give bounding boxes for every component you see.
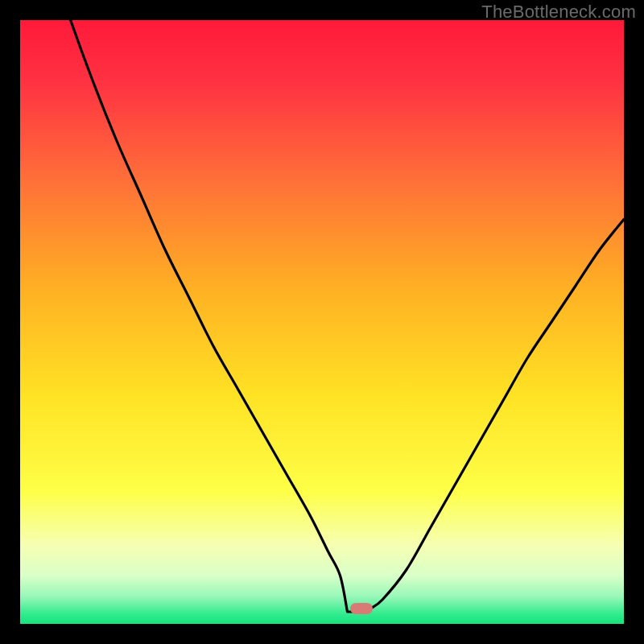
plot-area <box>20 20 624 624</box>
chart-container: TheBottleneck.com <box>0 0 644 644</box>
chart-marker <box>350 603 373 614</box>
chart-svg <box>20 20 624 624</box>
gradient-rect <box>20 20 624 624</box>
watermark-text: TheBottleneck.com <box>481 2 636 23</box>
